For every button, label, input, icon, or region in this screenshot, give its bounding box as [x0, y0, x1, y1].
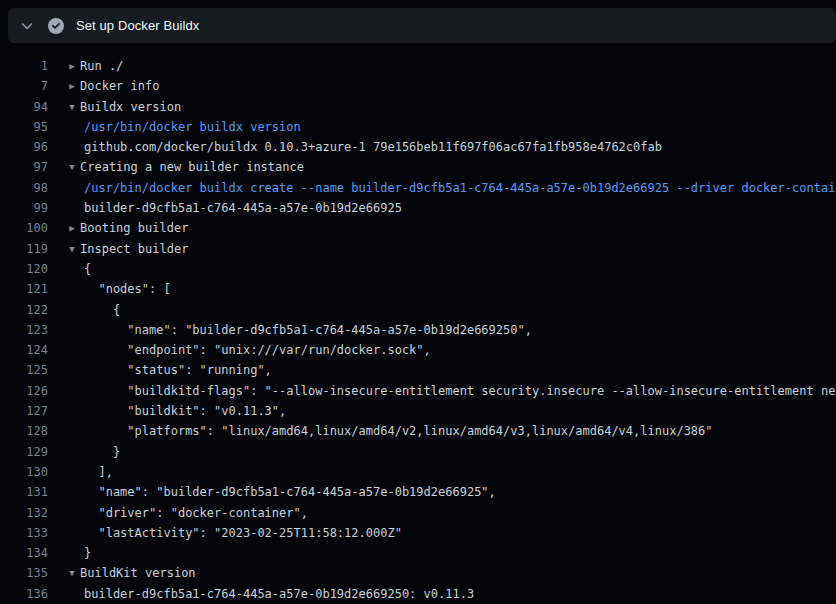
line-number[interactable]: 121 — [0, 279, 48, 299]
line-number[interactable]: 127 — [0, 401, 48, 421]
group-title[interactable]: Buildx version — [80, 97, 181, 117]
line-number[interactable]: 94 — [0, 97, 48, 117]
output-text: "buildkit": "v0.11.3", — [84, 401, 286, 421]
line-number[interactable]: 135 — [0, 563, 48, 583]
group-title[interactable]: Creating a new builder instance — [80, 157, 304, 177]
output-text: "buildkitd-flags": "--allow-insecure-ent… — [84, 381, 836, 401]
chevron-down-icon[interactable] — [19, 18, 35, 34]
line-number[interactable]: 119 — [0, 239, 48, 259]
log-line: 1▶Run ./ — [0, 56, 836, 76]
log-line: 120{ — [0, 259, 836, 279]
log-line: 128 "platforms": "linux/amd64,linux/amd6… — [0, 421, 836, 441]
line-number[interactable]: 100 — [0, 218, 48, 238]
line-number[interactable]: 123 — [0, 320, 48, 340]
line-number[interactable]: 136 — [0, 584, 48, 604]
log-line: 95/usr/bin/docker buildx version — [0, 117, 836, 137]
group-expanded-icon[interactable]: ▼ — [66, 97, 78, 117]
line-number[interactable]: 133 — [0, 523, 48, 543]
line-number[interactable]: 124 — [0, 340, 48, 360]
line-number[interactable]: 95 — [0, 117, 48, 137]
line-number[interactable]: 129 — [0, 442, 48, 462]
line-number[interactable]: 96 — [0, 137, 48, 157]
group-collapsed-icon[interactable]: ▶ — [66, 56, 78, 76]
line-number[interactable]: 131 — [0, 482, 48, 502]
output-text: builder-d9cfb5a1-c764-445a-a57e-0b19d2e6… — [84, 198, 402, 218]
log-line: 98/usr/bin/docker buildx create --name b… — [0, 178, 836, 198]
group-expanded-icon[interactable]: ▼ — [66, 157, 78, 177]
log-output: 1▶Run ./7▶Docker info94▼Buildx version95… — [0, 43, 836, 604]
group-title[interactable]: Booting builder — [80, 218, 188, 238]
group-title[interactable]: BuildKit version — [80, 563, 196, 583]
output-text: "endpoint": "unix:///var/run/docker.sock… — [84, 340, 431, 360]
line-number[interactable]: 125 — [0, 360, 48, 380]
group-collapsed-icon[interactable]: ▶ — [66, 76, 78, 96]
line-number[interactable]: 120 — [0, 259, 48, 279]
line-number[interactable]: 128 — [0, 421, 48, 441]
log-line: 136builder-d9cfb5a1-c764-445a-a57e-0b19d… — [0, 584, 836, 604]
log-line: 7▶Docker info — [0, 76, 836, 96]
output-text: { — [84, 259, 91, 279]
output-text: } — [84, 442, 120, 462]
log-line: 127 "buildkit": "v0.11.3", — [0, 401, 836, 421]
log-line: 121 "nodes": [ — [0, 279, 836, 299]
output-text: "nodes": [ — [84, 279, 171, 299]
log-line: 122 { — [0, 300, 836, 320]
output-text: ], — [84, 462, 113, 482]
line-number[interactable]: 98 — [0, 178, 48, 198]
line-number[interactable]: 126 — [0, 381, 48, 401]
log-line: 97▼Creating a new builder instance — [0, 157, 836, 177]
log-line: 94▼Buildx version — [0, 97, 836, 117]
line-number[interactable]: 132 — [0, 503, 48, 523]
output-text: "status": "running", — [84, 360, 272, 380]
output-text: github.com/docker/buildx 0.10.3+azure-1 … — [84, 137, 662, 157]
group-title[interactable]: Run ./ — [80, 56, 123, 76]
log-line: 125 "status": "running", — [0, 360, 836, 380]
output-text: { — [84, 300, 120, 320]
log-line: 124 "endpoint": "unix:///var/run/docker.… — [0, 340, 836, 360]
log-line: 130 ], — [0, 462, 836, 482]
log-line: 131 "name": "builder-d9cfb5a1-c764-445a-… — [0, 482, 836, 502]
group-collapsed-icon[interactable]: ▶ — [66, 218, 78, 238]
line-number[interactable]: 99 — [0, 198, 48, 218]
line-number[interactable]: 1 — [0, 56, 48, 76]
log-line: 134} — [0, 543, 836, 563]
log-line: 132 "driver": "docker-container", — [0, 503, 836, 523]
log-line: 100▶Booting builder — [0, 218, 836, 238]
line-number[interactable]: 97 — [0, 157, 48, 177]
step-header[interactable]: Set up Docker Buildx — [8, 8, 836, 43]
output-text: "name": "builder-d9cfb5a1-c764-445a-a57e… — [84, 320, 532, 340]
command-text: /usr/bin/docker buildx create --name bui… — [84, 178, 836, 198]
output-text: "platforms": "linux/amd64,linux/amd64/v2… — [84, 421, 713, 441]
group-expanded-icon[interactable]: ▼ — [66, 239, 78, 259]
group-title[interactable]: Docker info — [80, 76, 159, 96]
log-line: 133 "lastActivity": "2023-02-25T11:58:12… — [0, 523, 836, 543]
log-line: 126 "buildkitd-flags": "--allow-insecure… — [0, 381, 836, 401]
output-text: } — [84, 543, 91, 563]
line-number[interactable]: 122 — [0, 300, 48, 320]
line-number[interactable]: 7 — [0, 76, 48, 96]
line-number[interactable]: 134 — [0, 543, 48, 563]
log-line: 99builder-d9cfb5a1-c764-445a-a57e-0b19d2… — [0, 198, 836, 218]
log-line: 129 } — [0, 442, 836, 462]
output-text: "name": "builder-d9cfb5a1-c764-445a-a57e… — [84, 482, 496, 502]
output-text: builder-d9cfb5a1-c764-445a-a57e-0b19d2e6… — [84, 584, 474, 604]
check-circle-icon — [48, 18, 64, 34]
group-expanded-icon[interactable]: ▼ — [66, 563, 78, 583]
log-line: 123 "name": "builder-d9cfb5a1-c764-445a-… — [0, 320, 836, 340]
output-text: "driver": "docker-container", — [84, 503, 308, 523]
actions-log-viewer: Set up Docker Buildx 1▶Run ./7▶Docker in… — [0, 0, 836, 604]
log-line: 119▼Inspect builder — [0, 239, 836, 259]
log-line: 96github.com/docker/buildx 0.10.3+azure-… — [0, 137, 836, 157]
command-text: /usr/bin/docker buildx version — [84, 117, 301, 137]
log-line: 135▼BuildKit version — [0, 563, 836, 583]
line-number[interactable]: 130 — [0, 462, 48, 482]
group-title[interactable]: Inspect builder — [80, 239, 188, 259]
step-title: Set up Docker Buildx — [76, 18, 199, 33]
output-text: "lastActivity": "2023-02-25T11:58:12.000… — [84, 523, 402, 543]
